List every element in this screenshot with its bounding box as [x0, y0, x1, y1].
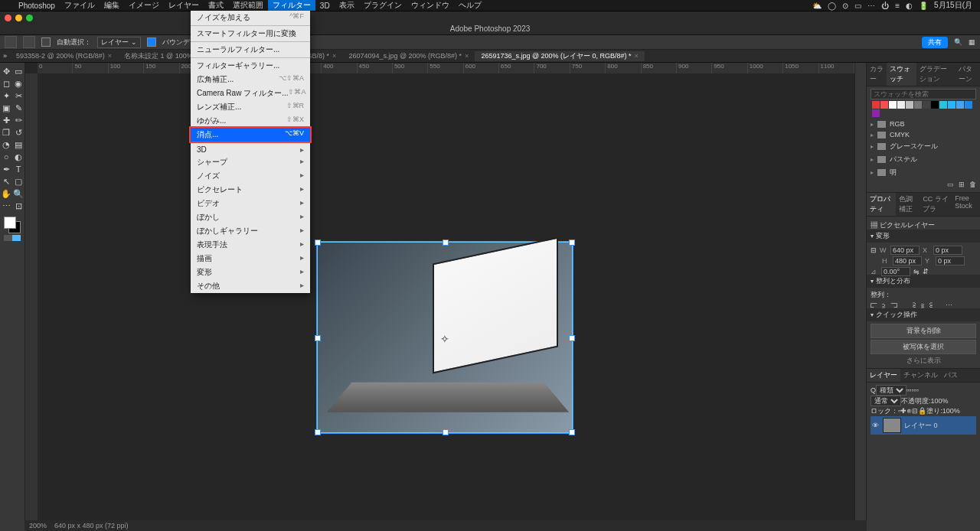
sys-wifi-icon[interactable]: ≡ — [892, 2, 903, 10]
menu-photoshop[interactable]: Photoshop — [14, 2, 60, 10]
filter-menu-item[interactable]: ニューラルフィルター... — [191, 43, 310, 57]
artboard-tool[interactable]: ▭ — [12, 65, 24, 77]
transform-handle[interactable] — [315, 239, 321, 246]
wand-tool[interactable]: ✦ — [0, 90, 12, 102]
menu-plugins[interactable]: プラグイン — [359, 0, 407, 11]
layer-thumbnail[interactable] — [883, 418, 901, 433]
document-image[interactable]: ✧ — [317, 242, 573, 433]
sys-icon[interactable]: ◐ — [903, 2, 916, 10]
ruler-horizontal[interactable]: 0501001502002503003504004505005506006507… — [38, 63, 854, 74]
link-wh-icon[interactable]: ⊟ — [871, 246, 877, 254]
filter-menu-item[interactable]: ノイズ — [191, 169, 310, 183]
auto-select-checkbox[interactable] — [41, 37, 51, 47]
ruler-vertical[interactable] — [25, 73, 38, 531]
tab-color[interactable]: カラー — [867, 63, 887, 86]
quick-actions-header[interactable]: クイック操作 — [867, 308, 980, 321]
swatch[interactable] — [880, 101, 888, 109]
width-input[interactable] — [890, 246, 920, 255]
filter-menu-item[interactable]: ぼかしギャラリー — [191, 224, 310, 238]
share-button[interactable]: 共有 — [922, 37, 948, 48]
layer-filter-select[interactable]: 種類 — [876, 385, 906, 396]
heal-tool[interactable]: ✚ — [0, 114, 12, 126]
x-input[interactable] — [933, 246, 962, 255]
filter-menu-item[interactable]: ノイズを加える^⌘F — [191, 11, 310, 24]
stamp-tool[interactable]: ❐ — [0, 126, 12, 138]
align-top-icon[interactable]: ⫔ — [913, 301, 916, 309]
align-left-icon[interactable]: ⫍ — [871, 301, 877, 309]
filter-menu-item[interactable]: 描画 — [191, 252, 310, 266]
sys-battery-icon[interactable]: 🔋 — [916, 2, 931, 10]
filter-menu-item[interactable]: ビデオ — [191, 197, 310, 210]
tab-channels[interactable]: チャンネル — [900, 369, 941, 382]
filter-menu-item[interactable]: シャープ — [191, 155, 310, 169]
auto-select-dropdown[interactable]: レイヤー ⌄ — [97, 37, 141, 48]
filter-icons[interactable]: ▫▫▫▫▫ — [906, 386, 919, 394]
swatch[interactable] — [923, 101, 930, 109]
doc-tab-active[interactable]: 26591736_s.jpg @ 200% (レイヤー 0, RGB/8#) *… — [475, 51, 645, 61]
filter-menu-item[interactable]: ゆがみ...⇧⌘X — [191, 114, 310, 128]
pen-tool[interactable]: ✒ — [0, 163, 12, 175]
tab-expand-icon[interactable]: » — [0, 52, 10, 60]
shape-tool[interactable]: ▢ — [12, 175, 24, 187]
align-hcenter-icon[interactable]: ⫈ — [882, 301, 886, 309]
select-subject-button[interactable]: 被写体を選択 — [871, 340, 976, 354]
flip-v-icon[interactable]: ⇵ — [923, 268, 929, 275]
hand-tool[interactable]: ✋ — [0, 187, 12, 200]
marquee-tool[interactable]: ◻ — [0, 77, 12, 90]
height-input[interactable] — [893, 256, 922, 266]
menu-3d[interactable]: 3D — [315, 2, 335, 10]
gradient-tool[interactable]: ▤ — [12, 138, 24, 151]
tab-patterns[interactable]: パターン — [956, 63, 980, 86]
transform-handle[interactable] — [569, 335, 575, 341]
path-tool[interactable]: ↖ — [0, 175, 12, 187]
sys-icon[interactable]: ◯ — [825, 2, 839, 10]
close-tab-icon[interactable]: × — [635, 52, 639, 60]
filter-menu-item[interactable]: 変形 — [191, 266, 310, 279]
swatch[interactable] — [965, 101, 972, 109]
minimize-window-button[interactable] — [15, 15, 22, 21]
tab-properties[interactable]: プロパティ — [867, 193, 896, 216]
filter-menu-item[interactable]: その他 — [191, 279, 310, 293]
menu-help[interactable]: ヘルプ — [454, 0, 486, 11]
sys-icon[interactable]: ⏻ — [878, 2, 892, 10]
sys-icon[interactable]: ▭ — [851, 2, 864, 10]
filter-menu-item[interactable]: スマートフィルター用に変換 — [191, 27, 310, 41]
filter-menu-item[interactable]: Camera Raw フィルター...⇧⌘A — [191, 86, 310, 100]
lock-icons[interactable]: ▫✚⊕⊟🔒 — [898, 407, 926, 415]
swatch-folder[interactable]: RGB — [871, 119, 976, 129]
layer-row[interactable]: 👁 レイヤー 0 — [871, 416, 976, 435]
menu-type[interactable]: 書式 — [204, 0, 228, 11]
transform-handle[interactable] — [443, 429, 449, 435]
menu-image[interactable]: イメージ — [124, 0, 164, 11]
move-tool[interactable]: ✥ — [0, 65, 12, 77]
swatch[interactable] — [931, 101, 939, 109]
filter-menu-item[interactable]: レンズ補正...⇧⌘R — [191, 100, 310, 114]
menu-window[interactable]: ウィンドウ — [407, 0, 454, 11]
quickmask-toggle[interactable] — [4, 235, 21, 241]
flip-h-icon[interactable]: ⇋ — [913, 268, 920, 275]
swatch[interactable] — [956, 101, 964, 109]
eyedropper-tool[interactable]: ✎ — [12, 102, 24, 114]
close-tab-icon[interactable]: × — [108, 52, 112, 60]
doc-tab[interactable]: 593358-2 @ 200% (RGB/8#)× — [10, 52, 118, 60]
filter-menu-item[interactable]: ぼかし — [191, 210, 310, 224]
swatch[interactable] — [872, 109, 880, 117]
distribute-icon[interactable]: ⋯ — [946, 301, 952, 309]
tab-paths[interactable]: パス — [941, 369, 961, 382]
edit-toolbar[interactable]: ⊡ — [12, 200, 24, 212]
transform-section-header[interactable]: 変形 — [867, 230, 980, 243]
lasso-tool[interactable]: ◉ — [12, 77, 24, 90]
close-tab-icon[interactable]: × — [465, 52, 469, 60]
tab-freestock[interactable]: Free Stock — [952, 193, 980, 216]
remove-bg-button[interactable]: 背景を削除 — [871, 324, 976, 338]
tab-layers[interactable]: レイヤー — [867, 369, 900, 382]
align-right-icon[interactable]: ⫎ — [890, 301, 897, 309]
type-tool[interactable]: T — [12, 163, 24, 175]
swatch-folder[interactable]: CMYK — [871, 129, 976, 140]
swatch[interactable] — [897, 101, 905, 109]
frame-tool[interactable]: ▣ — [0, 102, 12, 114]
swatch[interactable] — [914, 101, 922, 109]
transform-handle[interactable] — [315, 429, 321, 435]
swatch-folder[interactable]: グレースケール — [871, 140, 976, 153]
align-vcenter-icon[interactable]: ⫊ — [921, 301, 925, 309]
